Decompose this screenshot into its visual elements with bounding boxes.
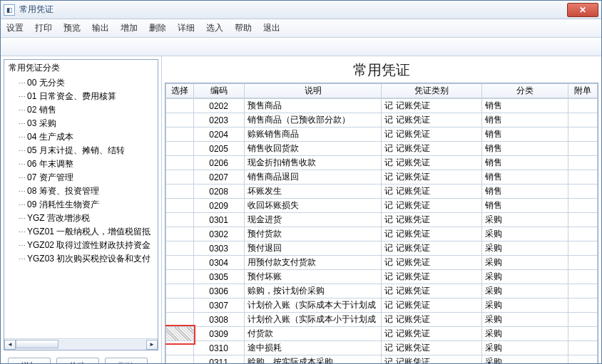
att-cell <box>568 113 598 128</box>
menu-删除[interactable]: 删除 <box>149 22 166 34</box>
code-cell: 0310 <box>193 341 244 355</box>
select-cell[interactable] <box>166 199 194 213</box>
menu-设置[interactable]: 设置 <box>6 22 24 34</box>
desc-cell: 销售商品退回 <box>244 170 382 184</box>
table-row[interactable]: 0206现金折扣销售收款记 记账凭证销售 <box>166 156 598 170</box>
tree-node[interactable]: YGZ02 取得过渡性财政扶持资金 <box>9 239 158 252</box>
tree-node[interactable]: 08 筹资、投资管理 <box>9 184 158 198</box>
close-button[interactable]: ✕ <box>567 3 598 17</box>
att-cell <box>568 241 598 256</box>
table-row[interactable]: 0205销售收回货款记 记账凭证销售 <box>166 142 598 156</box>
desc-cell: 坏账发生 <box>244 184 382 199</box>
select-cell[interactable] <box>166 313 194 327</box>
column-header[interactable]: 说明 <box>244 84 382 98</box>
menu-增加[interactable]: 增加 <box>121 22 138 34</box>
menu-选入[interactable]: 选入 <box>206 22 223 34</box>
table-row[interactable]: 0207销售商品退回记 记账凭证销售 <box>166 170 598 184</box>
tree-node[interactable]: 03 采购 <box>9 117 158 130</box>
table-row[interactable]: 0303预付退回记 记账凭证采购 <box>166 241 598 256</box>
table-row[interactable]: 0308计划价入账（实际成本小于计划成记 记账凭证采购 <box>166 313 598 327</box>
tree-node[interactable]: 07 资产管理 <box>9 171 158 184</box>
column-header[interactable]: 分类 <box>481 84 568 98</box>
menu-退出[interactable]: 退出 <box>263 22 280 34</box>
left-panel: 常用凭证分类 00 无分类01 日常资金、费用核算02 销售03 采购04 生产… <box>1 56 162 364</box>
scroll-left-button[interactable]: ◄ <box>4 340 16 350</box>
table-row[interactable]: 0306赊购，按计划价采购记 记账凭证采购 <box>166 284 598 298</box>
menu-帮助[interactable]: 帮助 <box>235 22 252 34</box>
table-row[interactable]: 0204赊账销售商品记 记账凭证销售 <box>166 128 598 142</box>
tree-node[interactable]: YGZ03 初次购买税控设备和支付 <box>9 252 158 266</box>
tree-node[interactable]: 01 日常资金、费用核算 <box>9 90 158 103</box>
select-cell[interactable] <box>166 270 194 284</box>
code-cell: 0309 <box>193 327 244 341</box>
table-row[interactable]: 0309付货款记 记账凭证采购 <box>166 327 598 341</box>
select-cell[interactable] <box>166 227 194 241</box>
select-cell[interactable] <box>166 355 194 365</box>
select-cell[interactable] <box>166 241 194 256</box>
desc-cell: 赊购，按计划价采购 <box>244 284 382 298</box>
menu-预览[interactable]: 预览 <box>63 22 81 34</box>
grid-body[interactable]: 0202预售商品记 记账凭证销售0203销售商品（已预收部分款）记 记账凭证销售… <box>165 98 598 364</box>
table-row[interactable]: 0304用预付款支付货款记 记账凭证采购 <box>166 256 598 270</box>
add-button[interactable]: 增加 <box>8 358 51 364</box>
select-cell[interactable] <box>166 284 194 298</box>
select-cell[interactable] <box>166 99 194 113</box>
menu-输出[interactable]: 输出 <box>92 22 109 34</box>
select-cell[interactable] <box>166 113 194 128</box>
desc-cell: 计划价入账（实际成本大于计划成 <box>244 298 382 313</box>
column-header[interactable]: 附单 <box>568 84 598 98</box>
tree-node[interactable]: 00 无分类 <box>9 76 158 90</box>
tree-node[interactable]: 05 月末计提、摊销、结转 <box>9 144 158 157</box>
desc-cell: 途中损耗 <box>244 341 382 355</box>
tree-node[interactable]: YGZ 营改增涉税 <box>9 212 158 225</box>
desc-cell: 收回坏账损失 <box>244 199 382 213</box>
select-cell[interactable] <box>166 184 194 199</box>
select-cell[interactable] <box>166 341 194 355</box>
att-cell <box>568 355 598 365</box>
table-row[interactable]: 0302预付货款记 记账凭证采购 <box>166 227 598 241</box>
select-cell[interactable] <box>166 156 194 170</box>
type-cell: 记 记账凭证 <box>382 170 481 184</box>
tree-node[interactable]: 02 销售 <box>9 103 158 117</box>
type-cell: 记 记账凭证 <box>382 327 481 341</box>
table-row[interactable]: 0301现金进货记 记账凭证采购 <box>166 213 598 227</box>
edit-button[interactable]: 修改 <box>56 358 99 364</box>
column-header[interactable]: 选择 <box>166 84 194 98</box>
table-row[interactable]: 0202预售商品记 记账凭证销售 <box>166 99 598 113</box>
code-cell: 0205 <box>193 142 244 156</box>
select-cell[interactable] <box>166 142 194 156</box>
table-row[interactable]: 0307计划价入账（实际成本大于计划成记 记账凭证采购 <box>166 298 598 313</box>
select-cell[interactable] <box>166 128 194 142</box>
tree-hscrollbar[interactable]: ◄ ► <box>4 338 158 350</box>
table-row[interactable]: 0203销售商品（已预收部分款）记 记账凭证销售 <box>166 113 598 128</box>
tree-node[interactable]: 09 消耗性生物资产 <box>9 198 158 212</box>
table-row[interactable]: 0311赊购，按实际成本采购记 记账凭证采购 <box>166 355 598 365</box>
table-row[interactable]: 0209收回坏账损失记 记账凭证销售 <box>166 199 598 213</box>
scroll-thumb[interactable] <box>16 340 58 348</box>
scroll-right-button[interactable]: ► <box>146 340 158 350</box>
select-cell[interactable] <box>166 298 194 313</box>
select-cell[interactable] <box>166 213 194 227</box>
att-cell <box>568 170 598 184</box>
table-row[interactable]: 0208坏账发生记 记账凭证销售 <box>166 184 598 199</box>
desc-cell: 销售收回货款 <box>244 142 382 156</box>
select-cell[interactable] <box>166 170 194 184</box>
menu-详细[interactable]: 详细 <box>178 22 195 34</box>
scroll-track[interactable] <box>16 340 146 350</box>
code-cell: 0209 <box>193 199 244 213</box>
cat-cell: 销售 <box>481 142 568 156</box>
att-cell <box>568 199 598 213</box>
table-row[interactable]: 0305预付坏账记 记账凭证采购 <box>166 270 598 284</box>
tree-node[interactable]: YGZ01 一般纳税人，增值税留抵 <box>9 225 158 239</box>
column-header[interactable]: 凭证类别 <box>382 84 481 98</box>
column-header[interactable]: 编码 <box>193 84 244 98</box>
select-cell[interactable] <box>166 256 194 270</box>
menu-打印[interactable]: 打印 <box>35 22 52 34</box>
type-cell: 记 记账凭证 <box>382 341 481 355</box>
delete-button[interactable]: 删除 <box>105 358 148 364</box>
category-tree[interactable]: 00 无分类01 日常资金、费用核算02 销售03 采购04 生产成本05 月末… <box>4 76 158 338</box>
tree-node[interactable]: 04 生产成本 <box>9 130 158 144</box>
table-row[interactable]: 0310途中损耗记 记账凭证采购 <box>166 341 598 355</box>
tree-node[interactable]: 06 年末调整 <box>9 157 158 171</box>
select-cell[interactable] <box>166 327 194 341</box>
